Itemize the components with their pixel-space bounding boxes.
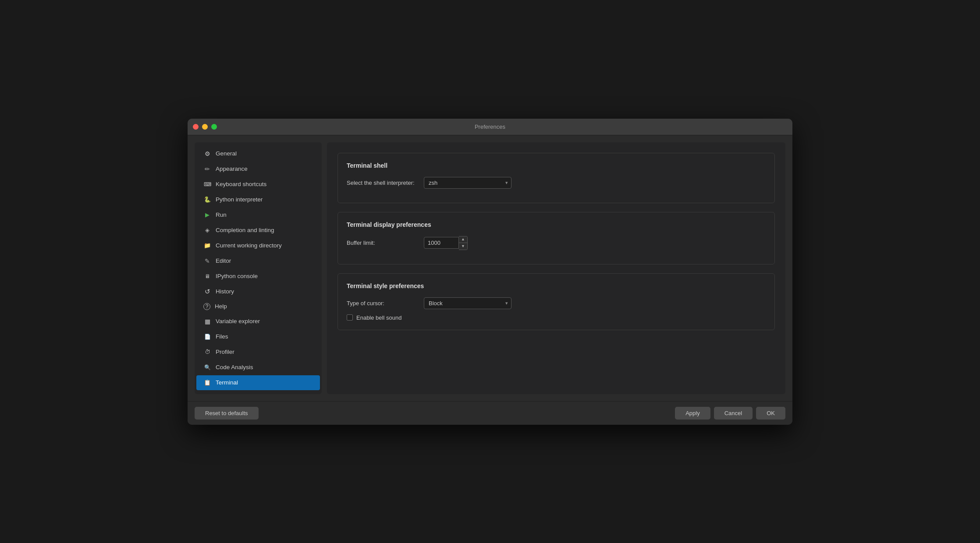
close-button[interactable] — [193, 124, 199, 130]
gear-icon — [203, 150, 211, 158]
terminal-style-title: Terminal style preferences — [347, 282, 766, 289]
run-icon — [203, 211, 211, 219]
sidebar-label-ipython: IPython console — [216, 273, 258, 279]
footer-actions: Apply Cancel OK — [675, 407, 785, 420]
appearance-icon — [203, 165, 211, 173]
sidebar-item-python[interactable]: Python interpreter — [196, 192, 320, 207]
cancel-button[interactable]: Cancel — [714, 407, 753, 420]
sidebar-item-completion[interactable]: Completion and linting — [196, 223, 320, 238]
bell-sound-checkbox[interactable] — [347, 314, 353, 321]
sidebar-label-python: Python interpreter — [216, 196, 263, 203]
spin-up-button[interactable]: ▲ — [459, 236, 467, 243]
shell-interpreter-row: Select the shell interpreter: zsh bash s… — [347, 177, 766, 189]
sidebar-label-codeanalysis: Code Analysis — [216, 364, 253, 370]
sidebar-label-variable: Variable explorer — [216, 318, 260, 324]
sidebar-item-ipython[interactable]: IPython console — [196, 269, 320, 284]
help-icon: ? — [203, 303, 210, 310]
sidebar-label-completion: Completion and linting — [216, 227, 274, 233]
profiler-icon — [203, 348, 211, 356]
spin-buttons: ▲ ▼ — [459, 236, 468, 250]
window-title: Preferences — [475, 123, 505, 130]
sidebar-item-terminal[interactable]: Terminal — [196, 375, 320, 390]
sidebar-item-variable[interactable]: Variable explorer — [196, 314, 320, 329]
cursor-type-select[interactable]: Block Underline Beam — [424, 297, 511, 309]
codeanalysis-icon — [203, 363, 211, 371]
terminal-style-section: Terminal style preferences Type of curso… — [337, 273, 775, 330]
titlebar: Preferences — [188, 119, 792, 135]
sidebar-item-run[interactable]: Run — [196, 208, 320, 222]
spin-down-button[interactable]: ▼ — [459, 243, 467, 250]
keyboard-icon — [203, 180, 211, 188]
sidebar-item-editor[interactable]: Editor — [196, 254, 320, 268]
sidebar-label-help: Help — [215, 303, 227, 310]
sidebar-label-files: Files — [216, 333, 228, 340]
sidebar-label-history: History — [216, 288, 234, 295]
python-icon — [203, 196, 211, 204]
cursor-select-wrapper: Block Underline Beam — [424, 297, 511, 309]
sidebar-label-editor: Editor — [216, 257, 231, 264]
minimize-button[interactable] — [202, 124, 208, 130]
sidebar-label-general: General — [216, 150, 237, 157]
sidebar-item-codeanalysis[interactable]: Code Analysis — [196, 360, 320, 375]
window-body: General Appearance Keyboard shortcuts Py… — [188, 135, 792, 425]
shell-interpreter-label: Select the shell interpreter: — [347, 180, 417, 186]
buffer-limit-label: Buffer limit: — [347, 240, 417, 246]
variable-icon — [203, 317, 211, 325]
files-icon — [203, 333, 211, 341]
sidebar: General Appearance Keyboard shortcuts Py… — [195, 142, 322, 394]
window-controls — [193, 124, 217, 130]
sidebar-label-profiler: Profiler — [216, 349, 234, 355]
ok-button[interactable]: OK — [756, 407, 785, 420]
content-panel: Terminal shell Select the shell interpre… — [327, 142, 785, 394]
completion-icon — [203, 226, 211, 234]
folder-icon — [203, 242, 211, 250]
terminal-icon — [203, 379, 211, 387]
footer: Reset to defaults Apply Cancel OK — [188, 401, 792, 425]
sidebar-item-history[interactable]: History — [196, 284, 320, 299]
ipython-icon — [203, 272, 211, 280]
sidebar-item-files[interactable]: Files — [196, 329, 320, 344]
history-icon — [203, 288, 211, 296]
bell-sound-label[interactable]: Enable bell sound — [356, 314, 401, 321]
terminal-display-title: Terminal display preferences — [347, 221, 766, 228]
shell-interpreter-select[interactable]: zsh bash sh fish — [424, 177, 511, 189]
cursor-type-label: Type of cursor: — [347, 300, 417, 307]
sidebar-label-run: Run — [216, 212, 227, 218]
sidebar-item-profiler[interactable]: Profiler — [196, 345, 320, 360]
maximize-button[interactable] — [211, 124, 217, 130]
editor-icon — [203, 257, 211, 265]
buffer-limit-spinbox: ▲ ▼ — [424, 236, 468, 250]
sidebar-item-appearance[interactable]: Appearance — [196, 162, 320, 176]
sidebar-label-terminal: Terminal — [216, 379, 238, 386]
buffer-limit-row: Buffer limit: ▲ ▼ — [347, 236, 766, 250]
shell-select-wrapper: zsh bash sh fish — [424, 177, 511, 189]
apply-button[interactable]: Apply — [675, 407, 710, 420]
sidebar-label-cwd: Current working directory — [216, 242, 282, 249]
sidebar-item-help[interactable]: ? Help — [196, 300, 320, 314]
reset-defaults-button[interactable]: Reset to defaults — [195, 407, 259, 420]
sidebar-label-appearance: Appearance — [216, 166, 248, 172]
buffer-limit-input[interactable] — [424, 237, 459, 249]
terminal-shell-section: Terminal shell Select the shell interpre… — [337, 153, 775, 203]
sidebar-item-general[interactable]: General — [196, 146, 320, 161]
sidebar-item-keyboard[interactable]: Keyboard shortcuts — [196, 177, 320, 192]
main-content: General Appearance Keyboard shortcuts Py… — [188, 135, 792, 401]
terminal-display-section: Terminal display preferences Buffer limi… — [337, 212, 775, 264]
bell-sound-row: Enable bell sound — [347, 314, 766, 321]
cursor-type-row: Type of cursor: Block Underline Beam — [347, 297, 766, 309]
sidebar-item-cwd[interactable]: Current working directory — [196, 238, 320, 253]
terminal-shell-title: Terminal shell — [347, 162, 766, 169]
preferences-window: Preferences General Appearance Keyboard … — [188, 119, 792, 425]
sidebar-label-keyboard: Keyboard shortcuts — [216, 181, 266, 187]
